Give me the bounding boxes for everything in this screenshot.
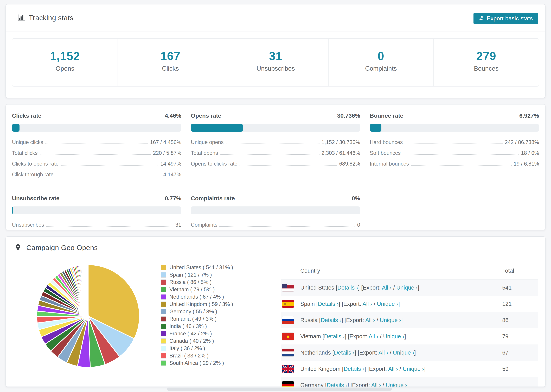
country-row-nl: Netherlands [Details ›] [Export: All › /… — [281, 344, 538, 361]
export-all-link[interactable]: All › — [371, 382, 381, 387]
country-total: 541 — [502, 284, 512, 291]
stat-value: 279 — [434, 49, 539, 63]
dotted-leader — [403, 154, 519, 155]
country-row-gb: United Kingdom [Details ›] [Export: All … — [281, 361, 538, 377]
export-label: Export: — [359, 350, 377, 356]
horizontal-scrollbar-thumb[interactable] — [167, 388, 392, 391]
legend-item: Spain ( 121 / 7% ) — [161, 271, 233, 279]
pie-legend: United States ( 541 / 31% )Spain ( 121 /… — [161, 264, 233, 367]
geo-title: Campaign Geo Opens — [26, 244, 98, 252]
export-unique-link[interactable]: Unique › — [377, 301, 398, 307]
dotted-leader — [40, 154, 151, 155]
flag-icon-nl — [282, 349, 294, 357]
stat-value: 167 — [118, 49, 223, 63]
rate-title: Opens rate — [191, 112, 221, 119]
rate-title: Complaints rate — [191, 195, 235, 202]
details-link[interactable]: Details › — [334, 350, 354, 356]
legend-item: Canada ( 40 / 2% ) — [161, 337, 233, 345]
rates-grid: Clicks rate4.46%Unique clicks167 / 4.456… — [12, 112, 539, 233]
legend-color-swatch — [161, 301, 166, 307]
stat-label: Clicks — [118, 65, 223, 72]
rate-detail-row: Internal bounces19 / 6.81% — [370, 161, 539, 167]
export-unique-link[interactable]: Unique › — [386, 382, 407, 387]
stat-label: Bounces — [434, 65, 539, 72]
rate-detail-row: Soft bounces18 / 0% — [370, 150, 539, 156]
dotted-leader — [405, 143, 503, 144]
export-unique-link[interactable]: Unique › — [403, 366, 424, 372]
rate-group-bounce-rate: Bounce rate6.927%Hard bounces242 / 86.73… — [370, 112, 539, 182]
stat-label: Opens — [12, 65, 118, 72]
export-unique-link[interactable]: Unique › — [380, 317, 401, 323]
rate-title: Clicks rate — [12, 112, 42, 119]
rates-card: Clicks rate4.46%Unique clicks167 / 4.456… — [6, 104, 545, 230]
export-all-link[interactable]: All › — [382, 284, 392, 291]
dotted-leader — [45, 143, 148, 144]
details-link[interactable]: Details › — [337, 284, 358, 291]
country-name: Netherlands — [300, 350, 331, 356]
rate-progress-bar — [370, 124, 539, 132]
dotted-leader — [411, 165, 512, 166]
rate-progress-fill — [12, 206, 13, 214]
export-basic-stats-button[interactable]: Export basic stats — [473, 13, 538, 24]
details-link[interactable]: Details › — [321, 317, 341, 323]
export-all-link[interactable]: All › — [369, 333, 378, 339]
details-link[interactable]: Details › — [327, 382, 347, 387]
rate-progress-fill — [370, 124, 381, 132]
legend-item: Italy ( 36 / 2% ) — [161, 345, 233, 352]
country-row-us: United States [Details ›] [Export: All ›… — [281, 280, 538, 296]
country-row-vn: ★Vietnam [Details ›] [Export: All › / Un… — [281, 328, 538, 344]
legend-color-swatch — [161, 265, 166, 270]
details-link[interactable]: Details › — [344, 366, 364, 372]
export-all-link[interactable]: All › — [388, 366, 398, 372]
legend-color-swatch — [161, 294, 166, 300]
export-button-label: Export basic stats — [487, 15, 533, 22]
legend-color-swatch — [161, 280, 166, 285]
dotted-leader — [46, 226, 173, 227]
rate-detail-row: Unique opens1,152 / 30.736% — [191, 139, 360, 145]
rate-detail-row: Complaints0 — [191, 222, 360, 228]
legend-color-swatch — [161, 287, 166, 292]
legend-color-swatch — [161, 338, 166, 344]
rate-progress-bar — [191, 206, 360, 214]
stat-tile-clicks: 167Clicks — [118, 39, 223, 86]
details-link[interactable]: Details › — [324, 333, 345, 339]
map-pin-icon — [14, 244, 22, 252]
rate-progress-fill — [191, 124, 243, 132]
legend-color-swatch — [161, 316, 166, 322]
country-row-es: Spain [Details ›] [Export: All › / Uniqu… — [281, 296, 538, 312]
page-title: Tracking stats — [29, 14, 73, 22]
country-row-ru: Russia [Details ›] [Export: All › / Uniq… — [281, 312, 538, 328]
export-label: Export: — [343, 301, 361, 307]
legend-color-swatch — [161, 324, 166, 329]
bar-chart-icon — [17, 14, 25, 22]
country-total: 59 — [502, 366, 509, 372]
export-all-link[interactable]: All › — [379, 350, 388, 356]
country-total: 86 — [502, 317, 509, 323]
stat-value: 1,152 — [12, 49, 118, 63]
export-unique-link[interactable]: Unique › — [393, 350, 414, 356]
rate-progress-bar — [12, 206, 181, 214]
export-label: Export: — [363, 284, 381, 291]
campaign-geo-opens-card: Campaign Geo Opens United States ( 541 /… — [6, 236, 545, 387]
legend-item: Romania ( 49 / 3% ) — [161, 315, 233, 322]
legend-item: United Kingdom ( 59 / 3% ) — [161, 301, 233, 308]
geo-header: Campaign Geo Opens — [6, 237, 545, 259]
flag-icon-us — [282, 284, 294, 291]
country-name: Russia — [300, 317, 318, 323]
rate-detail-row: Click through rate4.147% — [12, 172, 181, 178]
rate-progress-bar — [191, 124, 360, 132]
tracking-stats-header: Tracking stats Export basic stats — [6, 4, 545, 31]
export-unique-link[interactable]: Unique › — [383, 333, 404, 339]
details-link[interactable]: Details › — [318, 301, 339, 307]
rate-value: 0.77% — [165, 195, 181, 202]
legend-item: France ( 42 / 2% ) — [161, 330, 233, 337]
stats-tiles: 1,152Opens167Clicks31Unsubscribes0Compla… — [12, 38, 539, 87]
export-unique-link[interactable]: Unique › — [396, 284, 418, 291]
country-name: United Kingdom — [300, 366, 340, 372]
export-all-link[interactable]: All › — [362, 301, 372, 307]
dotted-leader — [61, 165, 158, 166]
flag-icon-gb — [282, 365, 294, 373]
rate-detail-row: Unique clicks167 / 4.456% — [12, 139, 181, 145]
export-all-link[interactable]: All › — [365, 317, 375, 323]
flag-icon-de — [282, 381, 294, 387]
